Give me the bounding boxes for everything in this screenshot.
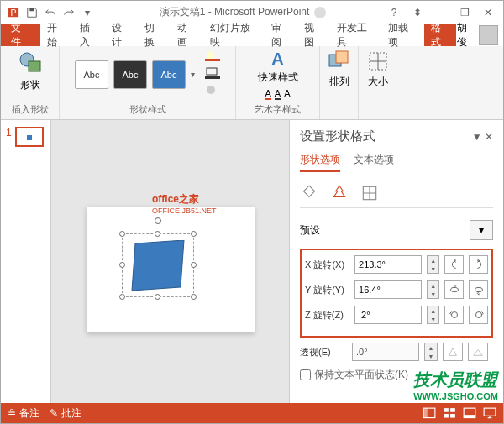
y-spinner[interactable]: ▲▼ — [427, 280, 439, 299]
persp-wide — [468, 343, 488, 361]
watermark-line2: OFFICE.JB51.NET — [152, 207, 217, 215]
fill-line-icon[interactable] — [300, 184, 318, 202]
undo-icon[interactable] — [43, 5, 58, 20]
file-tab[interactable]: 文件 — [1, 24, 40, 46]
style-swatch-2[interactable]: Abc — [113, 60, 147, 89]
tab-design[interactable]: 设计 — [105, 24, 138, 46]
effects-icon[interactable] — [330, 184, 349, 202]
x-rotation-input[interactable] — [354, 255, 422, 274]
quick-styles-button[interactable]: A 快速样式 — [258, 50, 298, 85]
svg-rect-2 — [29, 8, 34, 11]
shapes-icon — [17, 50, 44, 76]
selected-shape[interactable] — [129, 240, 187, 291]
resize-handle[interactable] — [119, 231, 125, 237]
shape-outline-button[interactable] — [205, 67, 220, 81]
keep-text-flat-checkbox[interactable] — [300, 369, 311, 380]
y-reset-down[interactable] — [469, 280, 488, 299]
slideshow-view-icon[interactable] — [483, 407, 496, 419]
arrange-button[interactable]: 排列 — [328, 50, 351, 89]
reading-view-icon[interactable] — [463, 407, 476, 419]
window-controls: ? ⬍ — ❐ ✕ — [386, 4, 503, 21]
pane-title: 设置形状格式 — [300, 128, 375, 144]
tab-home[interactable]: 开始 — [40, 24, 73, 46]
minimize-icon[interactable]: — — [433, 4, 449, 21]
quick-access-toolbar: P ▾ — [1, 5, 100, 20]
qat-more-icon[interactable]: ▾ — [80, 5, 95, 20]
arrange-label: 排列 — [329, 75, 349, 89]
tab-insert[interactable]: 插入 — [73, 24, 106, 46]
tab-view[interactable]: 视图 — [297, 24, 330, 46]
rotation-handle[interactable] — [155, 217, 161, 224]
group-arrange: 排列 — [320, 46, 359, 119]
x-spinner[interactable]: ▲▼ — [427, 255, 439, 274]
size-props-icon[interactable] — [360, 184, 379, 202]
svg-rect-20 — [450, 408, 455, 412]
text-fill-icon[interactable]: A — [265, 88, 270, 100]
resize-handle[interactable] — [191, 231, 197, 237]
tab-addin[interactable]: 加载项 — [381, 24, 423, 46]
style-swatch-3[interactable]: Abc — [152, 60, 186, 89]
z-reset-cw[interactable] — [469, 306, 488, 324]
ribbon-toggle-icon[interactable]: ⬍ — [409, 4, 426, 21]
tab-slideshow[interactable]: 幻灯片放映 — [203, 24, 265, 46]
text-outline-icon[interactable]: A — [275, 88, 281, 100]
user-area: 胡俊 — [457, 21, 503, 50]
ppt-icon[interactable]: P — [6, 5, 21, 20]
z-spinner[interactable]: ▲▼ — [427, 306, 439, 324]
size-button[interactable]: 大小 — [366, 50, 390, 89]
group-label: 艺术字样式 — [255, 103, 301, 116]
x-reset-left[interactable] — [444, 255, 464, 274]
redo-icon[interactable] — [61, 5, 76, 20]
help-icon[interactable]: ? — [386, 4, 402, 21]
sorter-view-icon[interactable] — [443, 407, 456, 419]
preset-dropdown[interactable]: ▾ — [470, 220, 493, 240]
tab-shape-options[interactable]: 形状选项 — [300, 153, 340, 172]
resize-handle[interactable] — [191, 262, 197, 268]
resize-handle[interactable] — [155, 231, 160, 237]
tab-developer[interactable]: 开发工具 — [330, 24, 382, 46]
shapes-button[interactable]: 形状 — [13, 50, 47, 92]
tab-animation[interactable]: 动画 — [171, 24, 203, 46]
y-reset-up[interactable] — [444, 280, 464, 299]
slide-canvas[interactable] — [87, 207, 255, 332]
tab-review[interactable]: 审阅 — [265, 24, 297, 46]
user-name[interactable]: 胡俊 — [457, 21, 476, 50]
close-icon[interactable]: ✕ — [480, 4, 496, 21]
gallery-more-icon[interactable]: ▾ — [191, 70, 195, 79]
fill-outline-col — [205, 50, 220, 99]
title-emoji-icon — [314, 7, 326, 18]
status-bar: ≗ 备注 ✎ 批注 — [1, 403, 503, 423]
canvas-area[interactable]: office之家 OFFICE.JB51.NET — [51, 120, 289, 418]
tab-text-options[interactable]: 文本选项 — [354, 153, 394, 172]
normal-view-icon[interactable] — [423, 407, 436, 419]
y-rotation-input[interactable] — [354, 280, 422, 299]
notes-button[interactable]: ≗ 备注 — [8, 406, 39, 421]
style-swatch-1[interactable]: Abc — [75, 60, 108, 89]
comments-button[interactable]: ✎ 批注 — [50, 406, 81, 421]
pane-header: 设置形状格式 ▼ ✕ — [300, 128, 493, 144]
z-reset-ccw[interactable] — [444, 306, 464, 324]
svg-point-8 — [207, 86, 215, 94]
resize-handle[interactable] — [191, 294, 197, 300]
tab-transition[interactable]: 切换 — [138, 24, 171, 46]
z-rotation-input[interactable] — [354, 306, 422, 324]
shape-fill-button[interactable] — [205, 50, 220, 64]
window-title: 演示文稿1 - Microsoft PowerPoint — [100, 5, 386, 19]
preset-row: 预设 ▾ — [300, 217, 493, 243]
svg-point-15 — [450, 287, 458, 291]
shape-effects-button[interactable] — [205, 85, 220, 99]
persp-narrow — [443, 343, 463, 361]
resize-handle[interactable] — [155, 294, 160, 300]
resize-handle[interactable] — [119, 262, 125, 268]
z-rotation-row: Z 旋转(Z) ▲▼ — [305, 306, 488, 324]
corner-watermark: 技术员联盟 WWW.JSGHO.COM — [413, 369, 498, 401]
tab-format[interactable]: 格式 — [424, 24, 457, 46]
slide-thumbnail[interactable]: 1 — [6, 127, 45, 147]
restore-icon[interactable]: ❐ — [456, 4, 473, 21]
text-effects-icon[interactable]: A — [284, 88, 290, 100]
resize-handle[interactable] — [119, 294, 125, 300]
x-reset-right[interactable] — [469, 255, 488, 274]
pane-close-button[interactable]: ▼ ✕ — [472, 131, 493, 143]
save-icon[interactable] — [24, 5, 39, 20]
user-avatar[interactable] — [479, 25, 498, 45]
